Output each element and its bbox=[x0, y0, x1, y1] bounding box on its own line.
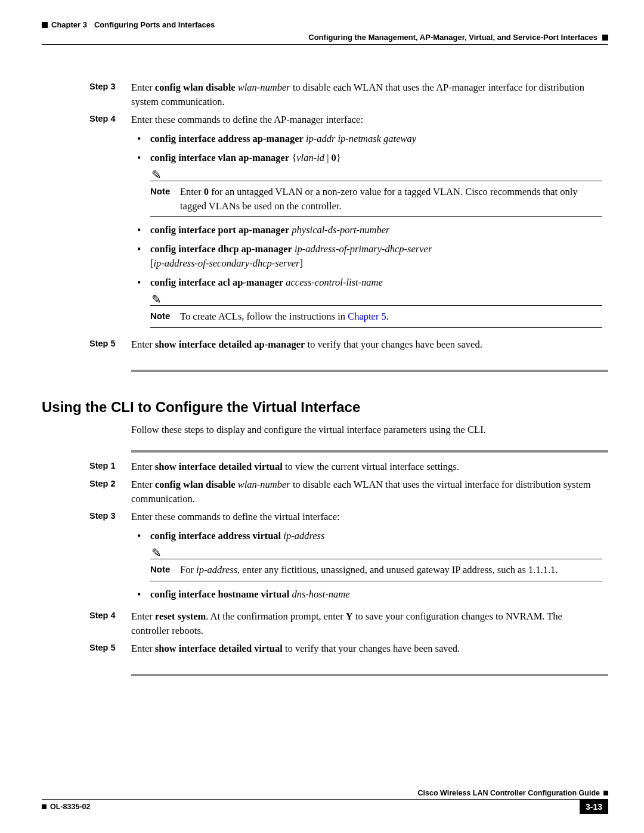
running-header-right: Configuring the Management, AP-Manager, … bbox=[42, 33, 608, 42]
list-item: config interface hostname virtual dns-ho… bbox=[150, 587, 602, 602]
step-body: Enter show interface detailed virtual to… bbox=[131, 460, 608, 474]
page-footer: Cisco Wireless LAN Controller Configurat… bbox=[42, 789, 608, 814]
note-label: Note bbox=[150, 309, 180, 324]
section-divider bbox=[131, 370, 608, 372]
step-label: Step 5 bbox=[42, 337, 131, 352]
footer-square-icon bbox=[42, 804, 47, 809]
list-item: config interface address ap-manager ip-a… bbox=[150, 132, 602, 146]
list-item: config interface port ap-manager physica… bbox=[150, 223, 602, 237]
list-item: config interface vlan ap-manager {vlan-i… bbox=[150, 151, 602, 218]
step-row: Step 2 Enter config wlan disable wlan-nu… bbox=[42, 478, 608, 506]
pencil-icon: ✎ bbox=[150, 547, 602, 559]
section-divider bbox=[131, 674, 608, 676]
step-body: Enter show interface detailed virtual to… bbox=[131, 642, 608, 656]
step-row: Step 3 Enter config wlan disable wlan-nu… bbox=[42, 80, 608, 109]
footer-doc-number: OL-8335-02 bbox=[42, 803, 90, 811]
step-label: Step 3 bbox=[42, 80, 131, 109]
command-list: config interface address ap-manager ip-a… bbox=[131, 132, 602, 328]
page: Chapter 3 Configuring Ports and Interfac… bbox=[0, 0, 644, 833]
section-title: Configuring the Management, AP-Manager, … bbox=[308, 33, 597, 42]
footer-guide-title: Cisco Wireless LAN Controller Configurat… bbox=[42, 789, 608, 797]
note-text: To create ACLs, follow the instructions … bbox=[180, 309, 602, 324]
step-label: Step 4 bbox=[42, 609, 131, 638]
note-label: Note bbox=[150, 185, 180, 213]
step-body: Enter these commands to define the virtu… bbox=[131, 510, 608, 606]
step-body: Enter config wlan disable wlan-number to… bbox=[131, 478, 608, 506]
page-number-badge: 3-13 bbox=[580, 800, 608, 814]
note-label: Note bbox=[150, 563, 180, 577]
note-text: Enter 0 for an untagged VLAN or a non-ze… bbox=[180, 185, 602, 213]
chapter-link[interactable]: Chapter 5 bbox=[348, 311, 386, 322]
step-label: Step 3 bbox=[42, 510, 131, 606]
step-row: Step 3 Enter these commands to define th… bbox=[42, 510, 608, 606]
step-row: Step 5 Enter show interface detailed vir… bbox=[42, 642, 608, 656]
command-list: config interface address virtual ip-addr… bbox=[131, 529, 602, 602]
header-square-icon bbox=[42, 22, 48, 28]
step-label: Step 2 bbox=[42, 478, 131, 506]
step-list: Step 3 Enter config wlan disable wlan-nu… bbox=[42, 80, 608, 372]
footer-square-icon bbox=[603, 791, 608, 795]
note-box: ✎ Note Enter 0 for an untagged VLAN or a… bbox=[150, 169, 602, 218]
list-item: config interface address virtual ip-addr… bbox=[150, 529, 602, 581]
chapter-number: Chapter 3 bbox=[51, 20, 87, 29]
step-row: Step 4 Enter these commands to define th… bbox=[42, 113, 608, 334]
step-label: Step 5 bbox=[42, 642, 131, 656]
step-body: Enter show interface detailed ap-manager… bbox=[131, 337, 608, 352]
running-header-left: Chapter 3 Configuring Ports and Interfac… bbox=[42, 20, 608, 29]
section-divider bbox=[131, 450, 608, 453]
pencil-icon: ✎ bbox=[150, 169, 602, 181]
step-row: Step 1 Enter show interface detailed vir… bbox=[42, 460, 608, 474]
list-item: config interface dhcp ap-manager ip-addr… bbox=[150, 242, 602, 271]
section-intro: Follow these steps to display and config… bbox=[131, 424, 608, 436]
step-label: Step 4 bbox=[42, 113, 131, 334]
header-square-icon bbox=[602, 35, 608, 41]
step-list: Step 1 Enter show interface detailed vir… bbox=[42, 460, 608, 676]
step-body: Enter config wlan disable wlan-number to… bbox=[131, 80, 608, 109]
note-box: ✎ Note To create ACLs, follow the instru… bbox=[150, 293, 602, 328]
step-row: Step 5 Enter show interface detailed ap-… bbox=[42, 337, 608, 352]
section-heading: Using the CLI to Configure the Virtual I… bbox=[42, 399, 608, 416]
step-body: Enter reset system. At the confirmation … bbox=[131, 609, 608, 638]
step-row: Step 4 Enter reset system. At the confir… bbox=[42, 609, 608, 638]
chapter-title: Configuring Ports and Interfaces bbox=[94, 20, 215, 29]
step-label: Step 1 bbox=[42, 460, 131, 474]
header-rule bbox=[42, 44, 608, 45]
note-box: ✎ Note For ip-address, enter any fictiti… bbox=[150, 547, 602, 581]
list-item: config interface acl ap-manager access-c… bbox=[150, 275, 602, 328]
note-text: For ip-address, enter any fictitious, un… bbox=[180, 563, 602, 577]
pencil-icon: ✎ bbox=[150, 293, 602, 305]
step-body: Enter these commands to define the AP-ma… bbox=[131, 113, 608, 334]
